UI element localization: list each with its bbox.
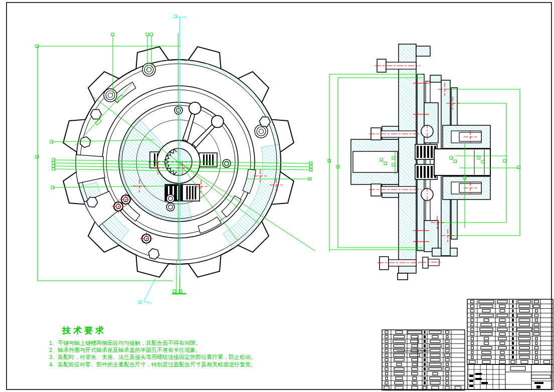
tech-req-item-2: 2、轴承外圈与开式轴承座及轴承盖的半圆孔不准有卡住现象。 — [49, 346, 265, 353]
title-block — [468, 364, 553, 389]
technical-requirements: 技术要求 1、平键与轴上键槽两侧面应均匀接触，其配合面不得有间隙。 2、轴承外圈… — [49, 325, 265, 368]
front-view-sprocket — [63, 15, 294, 304]
tech-req-title: 技术要求 — [62, 325, 265, 336]
section-view-clutch — [351, 44, 490, 280]
tech-req-item-3: 3、装配时，对管夹、支座、法兰及接头等用螺纹连接固定的部位要拧紧，防止松动。 — [49, 353, 265, 360]
tech-req-item-1: 1、平键与轴上键槽两侧面应均匀接触，其配合面不得有间隙。 — [49, 339, 265, 346]
cad-drawing-page: 技术要求 1、平键与轴上键槽两侧面应均匀接触，其配合面不得有间隙。 2、轴承外圈… — [0, 0, 554, 392]
tech-req-item-4: 4、装配前应对零、部件的主要配合尺寸，特别是过盈配合尺寸及相关精度进行复查。 — [49, 361, 265, 368]
